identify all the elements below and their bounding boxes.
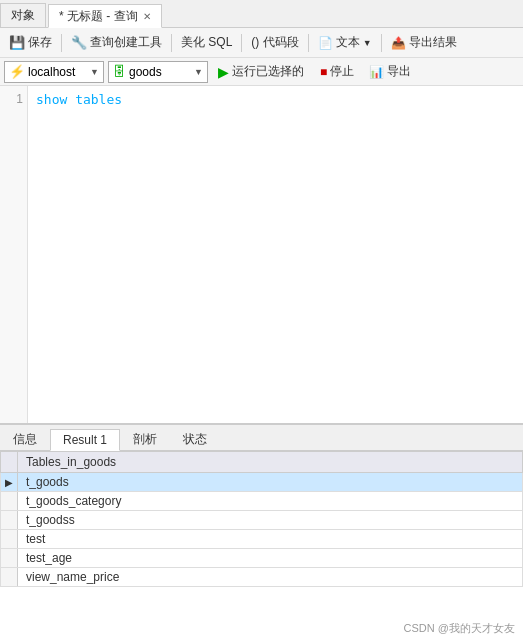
db-dropdown-icon: ▼ (194, 67, 203, 77)
table-row[interactable]: ▶t_goods (1, 473, 523, 492)
tab-profile[interactable]: 剖析 (120, 428, 170, 450)
save-icon: 💾 (9, 35, 25, 50)
row-value: t_goods (18, 473, 523, 492)
tab-result1[interactable]: Result 1 (50, 429, 120, 451)
file-icon: 📄 (318, 36, 333, 50)
export-icon: 📤 (391, 36, 406, 50)
text-button[interactable]: 📄 文本 ▼ (313, 32, 377, 53)
result-table-container: Tables_in_goods ▶t_goodst_goods_category… (0, 451, 523, 644)
row-value: test_age (18, 549, 523, 568)
db-icon: 🗄 (113, 64, 126, 79)
host-select[interactable]: ⚡ localhost ▼ (4, 61, 104, 83)
row-marker (1, 530, 18, 549)
separator3 (241, 34, 242, 52)
query-builder-icon: 🔧 (71, 35, 87, 50)
column-tables-in-goods: Tables_in_goods (18, 452, 523, 473)
row-arrow-icon: ▶ (5, 477, 13, 488)
separator5 (381, 34, 382, 52)
table-row[interactable]: test_age (1, 549, 523, 568)
tab-info[interactable]: 信息 (0, 428, 50, 450)
row-value: test (18, 530, 523, 549)
result-area: 信息 Result 1 剖析 状态 Tables_in_goods (0, 424, 523, 644)
separator2 (171, 34, 172, 52)
title-bar: 对象 * 无标题 - 查询 ✕ (0, 0, 523, 28)
row-marker: ▶ (1, 473, 18, 492)
close-icon[interactable]: ✕ (143, 11, 151, 22)
run-selected-button[interactable]: ▶ 运行已选择的 (212, 61, 310, 82)
table-row[interactable]: t_goodss (1, 511, 523, 530)
result-table: Tables_in_goods ▶t_goodst_goods_category… (0, 451, 523, 587)
row-marker (1, 568, 18, 587)
export2-button[interactable]: 📊 导出 (364, 61, 416, 82)
row-marker (1, 511, 18, 530)
beautify-button[interactable]: 美化 SQL (176, 32, 237, 53)
snippet-button[interactable]: () 代码段 (246, 32, 303, 53)
line-numbers: 1 (0, 86, 28, 423)
host-icon: ⚡ (9, 64, 25, 79)
row-marker (1, 549, 18, 568)
code-editor[interactable]: show tables (28, 86, 523, 423)
table-row[interactable]: view_name_price (1, 568, 523, 587)
stop-button[interactable]: ■ 停止 (314, 61, 360, 82)
play-icon: ▶ (218, 64, 229, 80)
row-marker (1, 492, 18, 511)
table-row[interactable]: t_goods_category (1, 492, 523, 511)
header-marker (1, 452, 18, 473)
separator4 (308, 34, 309, 52)
dropdown-icon: ▼ (363, 38, 372, 48)
row-value: t_goodss (18, 511, 523, 530)
main-container: 💾 保存 🔧 查询创建工具 美化 SQL () 代码段 📄 文本 ▼ 📤 导出结… (0, 28, 523, 644)
row-value: view_name_price (18, 568, 523, 587)
stop-icon: ■ (320, 65, 327, 79)
row-value: t_goods_category (18, 492, 523, 511)
result-tabs: 信息 Result 1 剖析 状态 (0, 425, 523, 451)
editor-wrapper: 1 show tables (0, 86, 523, 424)
separator (61, 34, 62, 52)
keyword-show: show tables (36, 92, 122, 107)
tab-status[interactable]: 状态 (170, 428, 220, 450)
host-dropdown-icon: ▼ (90, 67, 99, 77)
tab-object[interactable]: 对象 (0, 3, 46, 27)
editor-area: 1 show tables (0, 86, 523, 424)
table-row[interactable]: test (1, 530, 523, 549)
watermark: CSDN @我的天才女友 (404, 621, 515, 636)
save-button[interactable]: 💾 保存 (4, 32, 57, 53)
connection-bar: ⚡ localhost ▼ 🗄 goods ▼ ▶ 运行已选择的 ■ 停止 📊 … (0, 58, 523, 86)
export2-icon: 📊 (369, 65, 384, 79)
export-button[interactable]: 📤 导出结果 (386, 32, 462, 53)
tab-query[interactable]: * 无标题 - 查询 ✕ (48, 4, 162, 28)
query-builder-button[interactable]: 🔧 查询创建工具 (66, 32, 167, 53)
database-select[interactable]: 🗄 goods ▼ (108, 61, 208, 83)
toolbar: 💾 保存 🔧 查询创建工具 美化 SQL () 代码段 📄 文本 ▼ 📤 导出结… (0, 28, 523, 58)
